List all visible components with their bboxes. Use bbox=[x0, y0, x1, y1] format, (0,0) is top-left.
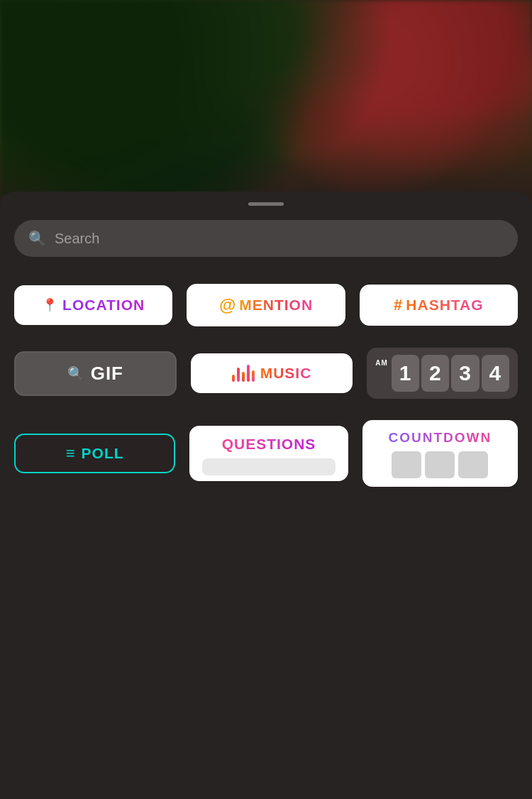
countdown-label: COUNTDOWN bbox=[388, 430, 492, 446]
location-label: LOCATION bbox=[62, 297, 145, 314]
time-digit-3: 3 bbox=[451, 355, 479, 392]
sticker-mention[interactable]: @ MENTION bbox=[187, 284, 345, 326]
poll-label: POLL bbox=[82, 445, 124, 462]
panel-handle bbox=[248, 202, 284, 206]
sticker-countdown[interactable]: COUNTDOWN bbox=[362, 420, 518, 487]
questions-answer-box bbox=[202, 458, 335, 475]
sticker-poll[interactable]: ≡ POLL bbox=[14, 434, 175, 473]
time-digit-1: 1 bbox=[392, 355, 419, 392]
search-gif-icon: 🔍 bbox=[67, 365, 85, 382]
mention-label: MENTION bbox=[239, 297, 313, 314]
sticker-row-2: 🔍 GIF MUSIC AM 1 2 3 4 bbox=[14, 348, 518, 399]
search-icon: 🔍 bbox=[28, 230, 46, 247]
sticker-grid: 📍 LOCATION @ MENTION # HASHTAG 🔍 GIF bbox=[14, 284, 518, 508]
search-bar[interactable]: 🔍 Search bbox=[14, 220, 518, 257]
countdown-box-2 bbox=[425, 451, 455, 478]
countdown-box-3 bbox=[458, 451, 488, 478]
gif-label: GIF bbox=[91, 363, 123, 385]
sticker-row-1: 📍 LOCATION @ MENTION # HASHTAG bbox=[14, 284, 518, 326]
background-photo bbox=[0, 0, 532, 199]
at-symbol: @ bbox=[219, 295, 236, 315]
music-label: MUSIC bbox=[260, 365, 312, 382]
time-digit-2: 2 bbox=[421, 355, 449, 392]
sticker-location[interactable]: 📍 LOCATION bbox=[14, 285, 172, 325]
music-wave-icon bbox=[232, 365, 255, 382]
search-placeholder: Search bbox=[55, 231, 99, 247]
sticker-gif[interactable]: 🔍 GIF bbox=[14, 351, 177, 396]
countdown-boxes bbox=[392, 451, 488, 478]
hash-symbol: # bbox=[394, 296, 403, 314]
search-container: 🔍 Search bbox=[14, 220, 518, 257]
poll-icon: ≡ bbox=[66, 446, 76, 461]
sticker-time[interactable]: AM 1 2 3 4 bbox=[367, 348, 518, 399]
location-icon: 📍 bbox=[42, 297, 58, 313]
sticker-questions[interactable]: QUESTIONS bbox=[189, 426, 348, 481]
time-digit-4: 4 bbox=[482, 355, 509, 392]
sticker-row-3: ≡ POLL QUESTIONS COUNTDOWN bbox=[14, 420, 518, 487]
questions-label: QUESTIONS bbox=[222, 436, 316, 453]
am-label: AM bbox=[375, 359, 388, 367]
hashtag-label: HASHTAG bbox=[406, 297, 483, 314]
sticker-music[interactable]: MUSIC bbox=[191, 353, 353, 393]
countdown-box-1 bbox=[392, 451, 421, 478]
sticker-hashtag[interactable]: # HASHTAG bbox=[360, 285, 518, 326]
